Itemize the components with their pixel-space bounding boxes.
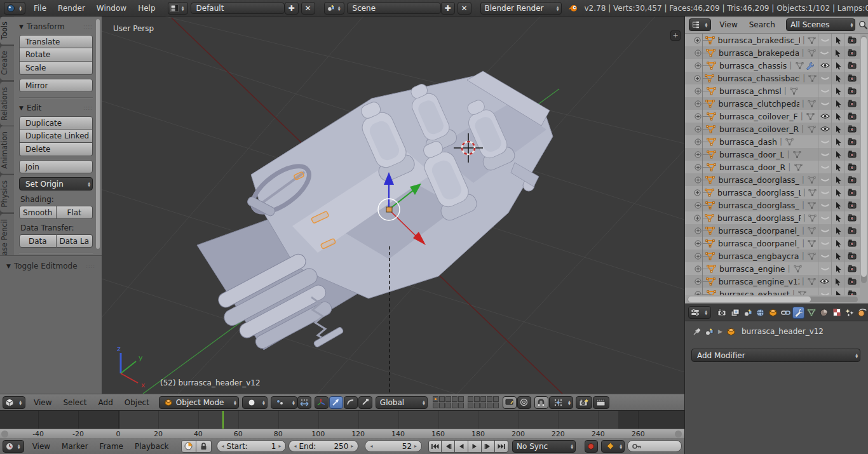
properties-tab-constraints-icon[interactable] bbox=[780, 307, 792, 319]
selectability-arrow-icon[interactable] bbox=[831, 97, 844, 110]
screen-layout-icon-button[interactable]: ▲▼ bbox=[168, 2, 188, 15]
data-transfer-data-button[interactable]: Data bbox=[19, 234, 57, 248]
renderability-camera-icon[interactable] bbox=[844, 148, 860, 161]
properties-tab-material-icon[interactable] bbox=[818, 307, 830, 319]
mesh-data-icon[interactable] bbox=[808, 35, 817, 45]
auto-keyframe-record-button[interactable] bbox=[585, 440, 597, 453]
layer-cell-3[interactable] bbox=[445, 396, 451, 402]
add-modifier-dropdown[interactable]: Add Modifier ▲▼ bbox=[691, 349, 860, 362]
jump-to-end-button[interactable] bbox=[495, 440, 508, 453]
current-frame-indicator[interactable] bbox=[222, 411, 224, 429]
object-name[interactable]: burrasca_chassisbackup bbox=[717, 74, 800, 83]
expand-icon[interactable] bbox=[694, 251, 702, 261]
outliner-vertical-scrollbar[interactable] bbox=[861, 36, 867, 283]
layer-cell-20[interactable] bbox=[493, 403, 499, 408]
expand-icon[interactable] bbox=[694, 86, 702, 96]
screen-layout-name-field[interactable]: Default bbox=[191, 3, 285, 14]
renderability-camera-icon[interactable] bbox=[844, 161, 860, 173]
properties-tab-texture-icon[interactable] bbox=[831, 307, 843, 319]
render-engine-dropdown[interactable]: Blender Render▲▼ bbox=[480, 2, 562, 15]
sync-mode-dropdown[interactable]: No Sync▲▼ bbox=[512, 440, 576, 453]
outliner-row-burrasca-engine-v12[interactable]: burrasca_engine_v12| bbox=[685, 275, 860, 288]
menu-playback[interactable]: Playback bbox=[129, 442, 175, 451]
menu-help[interactable]: Help bbox=[132, 4, 161, 13]
mesh-data-icon[interactable] bbox=[808, 187, 817, 197]
mesh-data-icon[interactable] bbox=[793, 162, 803, 172]
mesh-data-icon[interactable] bbox=[807, 175, 817, 185]
properties-tab-world-icon[interactable] bbox=[754, 307, 766, 319]
object-name[interactable]: burrasca_door_R bbox=[719, 163, 785, 172]
visibility-eye-icon[interactable] bbox=[818, 135, 831, 148]
outliner-row-burrasca-exhaust[interactable]: burrasca_exhaust| bbox=[685, 288, 860, 295]
panel-header-edit[interactable]: ▼Edit:::: bbox=[19, 103, 93, 112]
rotate-button[interactable]: Rotate bbox=[19, 48, 93, 62]
object-name[interactable]: burrasca_doorglass_R_int bbox=[717, 213, 801, 223]
keying-set-field[interactable] bbox=[627, 440, 682, 452]
tool-shelf-tab-animation[interactable]: Animation bbox=[0, 126, 14, 174]
scene-icon-button[interactable]: ▲▼ bbox=[324, 2, 344, 15]
visibility-eye-icon[interactable] bbox=[818, 148, 831, 161]
opengl-render-image-button[interactable] bbox=[576, 396, 592, 409]
selectability-arrow-icon[interactable] bbox=[831, 110, 844, 123]
menu-select[interactable]: Select bbox=[57, 398, 92, 407]
object-name[interactable]: burrasca_engine_v12 bbox=[719, 277, 799, 286]
frame-end-field[interactable]: ◂End: 250▸ bbox=[288, 440, 358, 452]
object-name[interactable]: burrasca_clutchpedal bbox=[719, 99, 799, 109]
renderability-camera-icon[interactable] bbox=[844, 211, 860, 224]
visibility-eye-icon[interactable] bbox=[818, 275, 831, 288]
outliner-row-burrasca-engine[interactable]: burrasca_engine| bbox=[685, 262, 860, 275]
mesh-data-icon[interactable] bbox=[807, 276, 817, 286]
renderability-camera-icon[interactable] bbox=[844, 288, 860, 295]
visibility-eye-icon[interactable] bbox=[818, 173, 831, 186]
visibility-eye-icon[interactable] bbox=[818, 97, 831, 110]
data-transfer-data-la-button[interactable]: Data La bbox=[57, 234, 93, 248]
expand-icon[interactable] bbox=[694, 149, 702, 159]
object-name[interactable]: burrasca_exhaust bbox=[719, 290, 790, 296]
menu-view[interactable]: View bbox=[27, 442, 56, 451]
panel-header-toggle-editmode[interactable]: ▼Toggle Editmode:::: bbox=[6, 262, 95, 270]
mesh-data-icon[interactable] bbox=[807, 251, 817, 261]
av-sync-icon-button[interactable] bbox=[181, 440, 196, 453]
opengl-render-anim-button[interactable] bbox=[593, 396, 609, 409]
selectability-arrow-icon[interactable] bbox=[831, 224, 844, 237]
outliner-row-burrasca-doorglass-r-int[interactable]: burrasca_doorglass_R_int| bbox=[685, 211, 860, 224]
tool-shelf-tab-tools[interactable]: Tools bbox=[0, 17, 14, 44]
viewport-canvas[interactable]: z y x User Persp (52) burrasca_header_v1… bbox=[102, 17, 684, 394]
renderability-camera-icon[interactable] bbox=[844, 250, 860, 262]
tool-shelf-tab-relations[interactable]: Relations bbox=[0, 82, 14, 126]
mesh-data-icon[interactable] bbox=[792, 149, 803, 159]
layers-widget[interactable] bbox=[433, 396, 503, 408]
selectability-arrow-icon[interactable] bbox=[831, 288, 844, 295]
expand-region-plus-button[interactable]: + bbox=[670, 30, 681, 41]
outliner-row-burrasca-doorglass-r[interactable]: burrasca_doorglass_R| bbox=[685, 199, 860, 211]
lock-camera-button[interactable] bbox=[503, 396, 517, 409]
layer-cell-7[interactable] bbox=[439, 403, 445, 408]
expand-icon[interactable] bbox=[694, 289, 702, 295]
properties-tab-render-icon[interactable] bbox=[716, 307, 728, 319]
play-button[interactable] bbox=[468, 440, 482, 453]
renderability-camera-icon[interactable] bbox=[844, 72, 860, 84]
selectability-arrow-icon[interactable] bbox=[831, 72, 844, 84]
menu-object[interactable]: Object bbox=[119, 398, 155, 407]
expand-icon[interactable] bbox=[694, 137, 702, 147]
menu-window[interactable]: Window bbox=[91, 4, 132, 13]
selectability-arrow-icon[interactable] bbox=[831, 148, 844, 161]
frame-start-field[interactable]: ◂Start: 1▸ bbox=[217, 440, 287, 452]
editor-type-button-timeline[interactable]: ▲▼ bbox=[3, 440, 24, 453]
viewport-shading-dropdown[interactable]: ▲▼ bbox=[242, 396, 268, 409]
expand-icon[interactable] bbox=[694, 200, 702, 210]
menu-add[interactable]: Add bbox=[93, 398, 119, 407]
renderability-camera-icon[interactable] bbox=[844, 224, 860, 237]
mirror-button[interactable]: Mirror bbox=[19, 79, 93, 92]
visibility-eye-icon[interactable] bbox=[818, 161, 831, 173]
mesh-data-icon[interactable] bbox=[793, 264, 803, 274]
panel-header-transform[interactable]: ▼Transform:::: bbox=[19, 22, 93, 31]
layer-cell-6[interactable] bbox=[433, 403, 438, 408]
editor-type-button-properties[interactable]: ▲▼ bbox=[688, 306, 711, 319]
mesh-data-icon[interactable] bbox=[797, 289, 808, 295]
object-name[interactable]: burrasca_coilover_R bbox=[719, 124, 799, 134]
modifier-wrench-icon[interactable] bbox=[804, 60, 815, 70]
selectability-arrow-icon[interactable] bbox=[831, 237, 844, 250]
menu-view[interactable]: View bbox=[28, 398, 57, 407]
timeline-frame-band[interactable] bbox=[0, 411, 684, 429]
